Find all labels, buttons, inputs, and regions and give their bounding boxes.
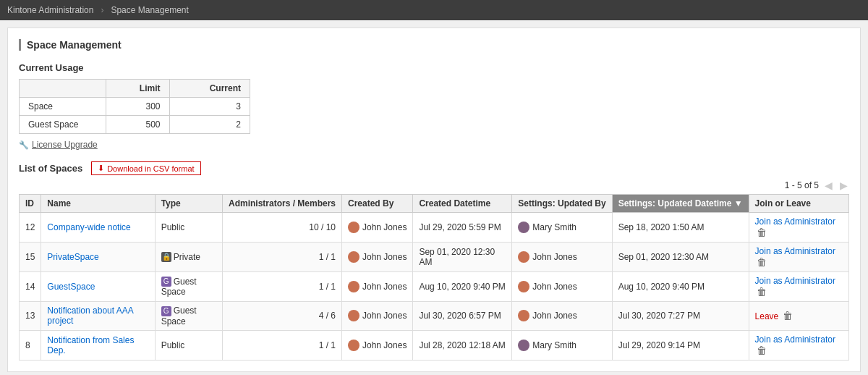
usage-row-limit: 300: [106, 98, 170, 116]
spaces-col-2: Type: [155, 195, 222, 213]
spaces-table: IDNameTypeAdministrators / MembersCreate…: [19, 194, 849, 361]
cell-admins-members: 4 / 6: [222, 302, 341, 331]
license-upgrade-link[interactable]: 🔧 License Upgrade: [19, 140, 849, 150]
cell-name[interactable]: GuestSpace: [41, 272, 155, 302]
join-leave-link[interactable]: Leave: [755, 311, 779, 321]
usage-row: Space 300 3: [20, 98, 250, 116]
spaces-col-7[interactable]: Settings: Updated Datetime ▼: [612, 195, 749, 213]
delete-button[interactable]: 🗑: [781, 310, 794, 321]
page-title: Space Management: [19, 39, 849, 51]
created-by-avatar: [348, 340, 359, 351]
delete-button[interactable]: 🗑: [755, 256, 768, 268]
settings-updated-by-name: John Jones: [532, 282, 576, 292]
created-by-name: John Jones: [362, 252, 407, 262]
cell-type: 🔒Private: [155, 243, 222, 272]
settings-updated-by-avatar: [518, 340, 529, 351]
next-page-button[interactable]: ▶: [838, 180, 849, 191]
cell-join-leave: Join as Administrator 🗑: [749, 330, 848, 360]
license-icon: 🔧: [19, 140, 29, 150]
nav-kintone-admin[interactable]: Kintone Administration: [7, 5, 93, 15]
cell-admins-members: 1 / 1: [222, 330, 341, 360]
usage-col-current: Current: [169, 80, 250, 98]
cell-settings-updated-datetime: Aug 10, 2020 9:40 PM: [612, 272, 749, 302]
created-by-name: John Jones: [362, 311, 407, 321]
delete-button[interactable]: 🗑: [755, 227, 768, 238]
usage-row-label: Guest Space: [20, 116, 106, 134]
cell-settings-updated-datetime: Sep 18, 2020 1:50 AM: [612, 213, 749, 243]
cell-created-by: John Jones: [342, 330, 413, 360]
guest-icon: G: [161, 277, 171, 287]
cell-admins-members: 10 / 10: [222, 213, 341, 243]
delete-button[interactable]: 🗑: [755, 286, 768, 298]
cell-id: 14: [20, 272, 41, 302]
cell-created-datetime: Aug 10, 2020 9:40 PM: [413, 272, 512, 302]
cell-name[interactable]: Notification from Sales Dep.: [41, 330, 155, 360]
cell-created-datetime: Jul 28, 2020 12:18 AM: [413, 330, 512, 360]
join-leave-link[interactable]: Join as Administrator: [755, 276, 835, 286]
cell-type: Public: [155, 330, 222, 360]
cell-created-by: John Jones: [342, 272, 413, 302]
guest-icon: G: [161, 306, 171, 316]
usage-row-limit: 500: [106, 116, 170, 134]
created-by-avatar: [348, 222, 359, 233]
spaces-col-8: Join or Leave: [749, 195, 848, 213]
cell-id: 12: [20, 213, 41, 243]
join-leave-link[interactable]: Join as Administrator: [755, 246, 835, 256]
nav-space-management[interactable]: Space Management: [111, 5, 188, 15]
cell-created-by: John Jones: [342, 243, 413, 272]
prev-page-button[interactable]: ◀: [823, 180, 834, 191]
settings-updated-by-avatar: [518, 281, 529, 292]
cell-admins-members: 1 / 1: [222, 272, 341, 302]
list-title: List of Spaces: [19, 163, 82, 174]
cell-settings-updated-by: John Jones: [512, 272, 612, 302]
spaces-col-6: Settings: Updated By: [512, 195, 612, 213]
usage-row: Guest Space 500 2: [20, 116, 250, 134]
usage-row-label: Space: [20, 98, 106, 116]
cell-settings-updated-datetime: Sep 01, 2020 12:30 AM: [612, 243, 749, 272]
join-leave-link[interactable]: Join as Administrator: [755, 216, 835, 227]
created-by-avatar: [348, 251, 359, 263]
delete-button[interactable]: 🗑: [755, 345, 768, 356]
space-name-link[interactable]: Notification from Sales Dep.: [47, 335, 134, 355]
table-row: 8 Notification from Sales Dep. Public 1 …: [20, 330, 849, 360]
top-nav: Kintone Administration › Space Managemen…: [0, 0, 868, 20]
cell-created-datetime: Sep 01, 2020 12:30 AM: [413, 243, 512, 272]
spaces-col-5: Created Datetime: [413, 195, 512, 213]
cell-created-datetime: Jul 30, 2020 6:57 PM: [413, 302, 512, 331]
spaces-col-4: Created By: [342, 195, 413, 213]
space-name-link[interactable]: Notification about AAA project: [47, 306, 133, 326]
cell-settings-updated-by: John Jones: [512, 243, 612, 272]
table-row: 13 Notification about AAA project GGuest…: [20, 302, 849, 331]
usage-col-limit: Limit: [106, 80, 170, 98]
cell-type: GGuest Space: [155, 302, 222, 331]
spaces-col-1: Name: [41, 195, 155, 213]
usage-col-label: [20, 80, 106, 98]
spaces-col-0: ID: [20, 195, 41, 213]
created-by-avatar: [348, 281, 359, 292]
created-by-name: John Jones: [362, 222, 407, 232]
space-name-link[interactable]: PrivateSpace: [47, 252, 98, 262]
pagination-info: 1 - 5 of 5: [785, 180, 819, 190]
pagination-bar: 1 - 5 of 5 ◀ ▶: [19, 180, 849, 191]
join-leave-link[interactable]: Join as Administrator: [755, 334, 835, 345]
cell-id: 13: [20, 302, 41, 331]
cell-admins-members: 1 / 1: [222, 243, 341, 272]
license-upgrade-anchor[interactable]: License Upgrade: [32, 140, 98, 150]
settings-updated-by-name: John Jones: [532, 311, 576, 321]
settings-updated-by-name: John Jones: [532, 252, 576, 262]
space-name-link[interactable]: GuestSpace: [47, 282, 95, 292]
csv-download-button[interactable]: ⬇ Download in CSV format: [91, 161, 200, 175]
table-row: 14 GuestSpace GGuest Space 1 / 1 John Jo…: [20, 272, 849, 302]
current-usage-title: Current Usage: [19, 62, 849, 73]
cell-name[interactable]: Company-wide notice: [41, 213, 155, 243]
space-name-link[interactable]: Company-wide notice: [47, 222, 130, 232]
cell-settings-updated-by: Mary Smith: [512, 213, 612, 243]
created-by-name: John Jones: [362, 282, 407, 292]
cell-join-leave: Join as Administrator 🗑: [749, 243, 848, 272]
cell-name[interactable]: Notification about AAA project: [41, 302, 155, 331]
cell-name[interactable]: PrivateSpace: [41, 243, 155, 272]
cell-created-datetime: Jul 29, 2020 5:59 PM: [413, 213, 512, 243]
csv-download-label: Download in CSV format: [107, 164, 194, 173]
cell-join-leave: Leave 🗑: [749, 302, 848, 331]
settings-updated-by-avatar: [518, 222, 529, 233]
